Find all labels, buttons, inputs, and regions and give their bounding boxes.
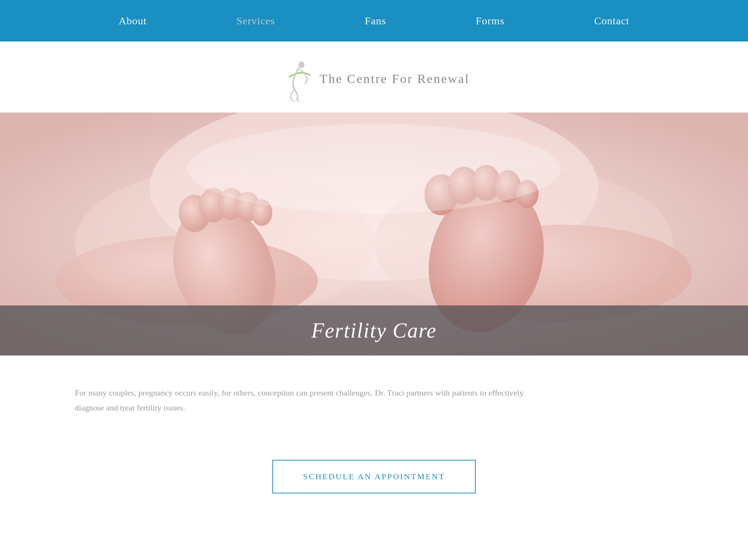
nav-contact[interactable]: Contact (549, 15, 674, 27)
hero-caption: Fertility Care (0, 305, 748, 356)
svg-point-19 (187, 124, 561, 213)
logo-container: The Centre For Renewal (278, 56, 469, 101)
description-text: For many couples, pregnancy occurs easil… (75, 385, 524, 415)
svg-point-0 (298, 61, 304, 68)
nav-fans[interactable]: Fans (320, 15, 431, 27)
logo-text: The Centre For Renewal (319, 72, 469, 86)
main-navigation: About Services Fans Forms Contact (0, 0, 748, 41)
nav-about[interactable]: About (74, 15, 191, 27)
nav-services[interactable]: Services (191, 15, 320, 27)
nav-forms[interactable]: Forms (431, 15, 549, 27)
logo-section: The Centre For Renewal (0, 41, 748, 113)
logo-icon (278, 56, 316, 101)
hero-title: Fertility Care (0, 319, 748, 342)
cta-container: SCHEDULE AN APPOINTMENT (0, 437, 748, 523)
schedule-appointment-button[interactable]: SCHEDULE AN APPOINTMENT (272, 460, 475, 493)
content-section: For many couples, pregnancy occurs easil… (0, 356, 748, 437)
hero-section: Fertility Care (0, 113, 748, 356)
